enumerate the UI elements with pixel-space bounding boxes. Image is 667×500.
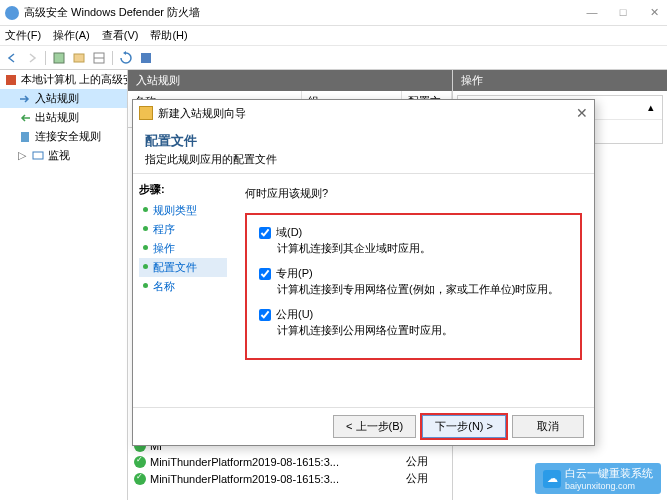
watermark-url: baiyunxitong.com [565,481,653,491]
next-button[interactable]: 下一步(N) > [422,415,506,438]
menu-action[interactable]: 操作(A) [53,28,90,43]
profile-description: 计算机连接到公用网络位置时应用。 [277,323,568,338]
app-icon [5,6,19,20]
profile-label: 域(D) [276,225,302,240]
close-button[interactable]: ✕ [646,6,662,19]
tool-icon-3[interactable] [90,49,108,67]
sidebar-item-security[interactable]: 连接安全规则 [0,127,127,146]
dialog-titlebar: 新建入站规则向导 ✕ [133,100,594,126]
dialog-footer: < 上一步(B) 下一步(N) > 取消 [133,407,594,445]
rule-name: MiniThunderPlatform2019-08-1615:3... [150,456,402,468]
wizard-step[interactable]: 程序 [139,220,227,239]
sidebar-item-inbound[interactable]: 入站规则 [0,89,127,108]
sidebar-item-outbound[interactable]: 出站规则 [0,108,127,127]
dialog-question: 何时应用该规则? [245,186,582,201]
profile-description: 计算机连接到其企业域时应用。 [277,241,568,256]
new-rule-wizard-dialog: 新建入站规则向导 ✕ 配置文件 指定此规则应用的配置文件 步骤: 规则类型程序操… [132,99,595,446]
collapse-icon[interactable]: ▴ [648,101,654,114]
tree-root-label: 本地计算机 上的高级安全 Win [21,72,128,87]
rule-row[interactable]: MiniThunderPlatform2019-08-1615:3... 公用 [128,470,452,487]
profile-option: 专用(P) 计算机连接到专用网络位置(例如，家或工作单位)时应用。 [259,266,568,297]
sidebar: 本地计算机 上的高级安全 Win 入站规则 出站规则 连接安全规则 ▷ 监视 [0,70,128,500]
rule-profile: 公用 [406,454,446,469]
dialog-steps: 步骤: 规则类型程序操作配置文件名称 [133,174,233,407]
enabled-icon [134,473,146,485]
profile-description: 计算机连接到专用网络位置(例如，家或工作单位)时应用。 [277,282,568,297]
rule-row[interactable]: MiniThunderPlatform2019-08-1615:3... 公用 [128,453,452,470]
dialog-title-text: 新建入站规则向导 [158,106,246,121]
maximize-button[interactable]: □ [615,6,631,19]
svg-rect-4 [141,53,151,63]
rule-name: MiniThunderPlatform2019-08-1615:3... [150,473,402,485]
watermark-icon: ☁ [543,470,561,488]
svg-rect-1 [74,54,84,62]
inbound-icon [18,92,32,106]
titlebar: 高级安全 Windows Defender 防火墙 — □ ✕ [0,0,667,26]
monitor-icon [31,149,45,163]
sidebar-label-inbound: 入站规则 [35,91,79,106]
wizard-step[interactable]: 操作 [139,239,227,258]
window-title: 高级安全 Windows Defender 防火墙 [24,5,584,20]
actions-header: 操作 [453,70,667,91]
sidebar-label-security: 连接安全规则 [35,129,101,144]
profile-label: 专用(P) [276,266,313,281]
dialog-close-button[interactable]: ✕ [576,105,588,121]
profile-checkbox[interactable] [259,268,271,280]
menu-help[interactable]: 帮助(H) [150,28,187,43]
outbound-icon [18,111,32,125]
wizard-step[interactable]: 配置文件 [139,258,227,277]
cancel-button[interactable]: 取消 [512,415,584,438]
forward-icon[interactable] [23,49,41,67]
svg-rect-7 [33,152,43,159]
profile-option: 域(D) 计算机连接到其企业域时应用。 [259,225,568,256]
svg-rect-0 [54,53,64,63]
tool-icon-4[interactable] [137,49,155,67]
enabled-icon [134,456,146,468]
toolbar [0,46,667,70]
dialog-content: 何时应用该规则? 域(D) 计算机连接到其企业域时应用。 专用(P) 计算机连接… [233,174,594,407]
sidebar-label-outbound: 出站规则 [35,110,79,125]
svg-rect-5 [6,75,16,85]
dialog-header-title: 配置文件 [145,132,582,150]
back-button[interactable]: < 上一步(B) [333,415,416,438]
firewall-icon [4,73,18,87]
menu-file[interactable]: 文件(F) [5,28,41,43]
steps-title: 步骤: [139,182,227,197]
profile-checkbox[interactable] [259,227,271,239]
profile-option: 公用(U) 计算机连接到公用网络位置时应用。 [259,307,568,338]
wizard-step[interactable]: 名称 [139,277,227,296]
refresh-icon[interactable] [117,49,135,67]
dialog-header: 配置文件 指定此规则应用的配置文件 [133,126,594,173]
sidebar-label-monitor: 监视 [48,148,70,163]
svg-rect-6 [21,132,29,142]
back-icon[interactable] [3,49,21,67]
rule-profile: 公用 [406,471,446,486]
watermark-text: 白云一键重装系统 [565,466,653,481]
menu-view[interactable]: 查看(V) [102,28,139,43]
profile-label: 公用(U) [276,307,313,322]
menubar: 文件(F) 操作(A) 查看(V) 帮助(H) [0,26,667,46]
sidebar-item-monitor[interactable]: ▷ 监视 [0,146,127,165]
options-highlight-box: 域(D) 计算机连接到其企业域时应用。 专用(P) 计算机连接到专用网络位置(例… [245,213,582,360]
tool-icon-1[interactable] [50,49,68,67]
wizard-step[interactable]: 规则类型 [139,201,227,220]
security-icon [18,130,32,144]
center-header: 入站规则 [128,70,452,91]
watermark: ☁ 白云一键重装系统 baiyunxitong.com [535,463,661,494]
tree-root[interactable]: 本地计算机 上的高级安全 Win [0,70,127,89]
minimize-button[interactable]: — [584,6,600,19]
tool-icon-2[interactable] [70,49,88,67]
dialog-header-subtitle: 指定此规则应用的配置文件 [145,152,582,167]
profile-checkbox[interactable] [259,309,271,321]
wizard-icon [139,106,153,120]
